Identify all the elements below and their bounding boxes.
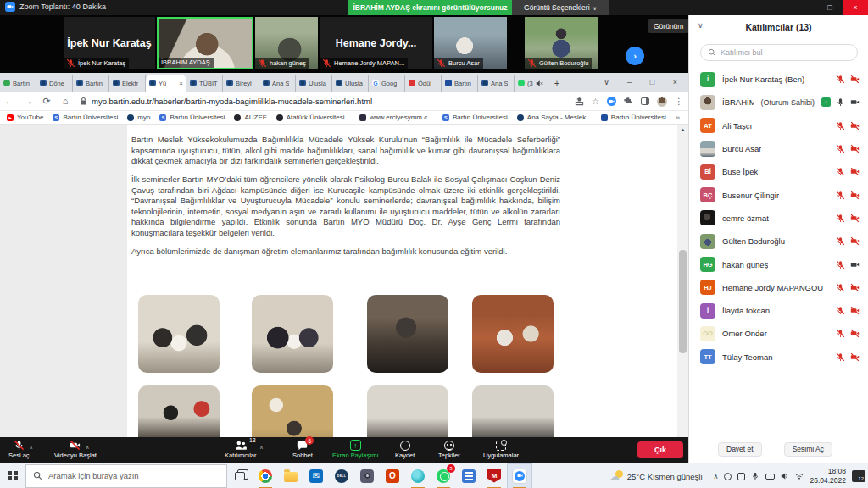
bookmark-item[interactable]: Atatürk Üniversitesi... [276, 114, 351, 121]
browser-tab[interactable]: Ödül [405, 75, 442, 92]
browser-profile-chevron-icon[interactable]: ∨ [595, 78, 618, 86]
taskbar-dell[interactable]: DELL [329, 463, 354, 488]
tray-clipboard-icon[interactable] [737, 473, 745, 480]
browser-close-button[interactable]: × [664, 78, 687, 86]
bookmark-item[interactable]: myo [127, 114, 150, 121]
participant-row[interactable]: Burcu Asar [689, 137, 868, 160]
participant-row[interactable]: İ İpek Nur Karataş (Ben) [689, 68, 868, 91]
forward-icon[interactable]: → [19, 96, 37, 106]
reload-icon[interactable]: ⟳ [37, 96, 56, 107]
tray-volume-icon[interactable] [781, 472, 789, 480]
participants-button[interactable]: 13∧ Katılımcılar [225, 439, 257, 459]
unmute-self-button[interactable]: Sesimi Aç [784, 442, 832, 457]
browser-tab[interactable]: GGoog [369, 75, 405, 92]
address-bar[interactable]: myo.bartin.edu.tr/haberler/bartin-myoda-… [80, 94, 453, 108]
participant-row[interactable]: İ İlayda tokcan [689, 299, 868, 322]
tray-expand-chevron-icon[interactable]: ∧ [714, 473, 719, 480]
taskbar-weather[interactable]: 25°C Kısmen güneşli [610, 470, 703, 483]
scrollbar-thumb[interactable] [679, 250, 687, 353]
tray-mouse-icon[interactable] [724, 473, 732, 480]
taskbar-search-input[interactable] [48, 471, 209, 480]
close-button[interactable]: × [843, 0, 868, 15]
browser-tab[interactable]: Bartın [442, 75, 478, 92]
participant-row[interactable]: TT Tülay Teoman [689, 346, 868, 369]
start-button[interactable] [0, 463, 25, 488]
video-tile-hemane[interactable]: Hemane Jordy... Hemane Jordy MAPAN... [320, 17, 432, 69]
view-layout-button[interactable]: Görünüm [648, 19, 689, 33]
browser-tab[interactable]: Elektr [109, 75, 146, 92]
participant-row[interactable]: HG hakan güneş [689, 252, 868, 275]
invite-button[interactable]: Davet et [718, 442, 762, 457]
taskbar-chrome[interactable] [253, 463, 278, 488]
chevron-up-icon[interactable]: ∧ [29, 444, 32, 450]
apps-button[interactable]: Uygulamalar [483, 439, 519, 459]
browser-tab-active[interactable]: Yü× [146, 75, 186, 92]
start-video-button[interactable]: ∧ Videoyu Başlat [54, 439, 97, 459]
record-button[interactable]: Kaydet [395, 439, 415, 459]
browser-tab[interactable]: TÜBİT [186, 75, 223, 92]
leave-meeting-button[interactable]: Çık [637, 441, 683, 458]
browser-tab[interactable]: Ana S [259, 75, 296, 92]
taskbar-file-explorer[interactable] [278, 463, 303, 488]
tray-mic-icon[interactable] [751, 472, 760, 480]
reactions-button[interactable]: Tepkiler [438, 439, 460, 459]
browser-minimize-button[interactable]: – [618, 78, 641, 86]
video-tile-burcu[interactable]: Burcu Asar [434, 17, 507, 69]
notification-center-icon[interactable]: 12 [852, 470, 865, 482]
next-videos-button[interactable]: › [626, 47, 644, 65]
chat-button[interactable]: 6 Sohbet [292, 439, 313, 459]
browser-profile-avatar[interactable] [657, 97, 667, 107]
taskbar-mcafee[interactable]: M [481, 463, 507, 488]
side-panel-icon[interactable] [641, 97, 649, 105]
zoom-extension-icon[interactable] [607, 97, 616, 106]
participant-row[interactable]: Bİ Buse İpek [689, 160, 868, 183]
participant-row[interactable]: HJ Hemane Jordy MAPANGOU [689, 276, 868, 299]
browser-menu-icon[interactable]: ⋮ [675, 97, 683, 106]
video-tile-ibrahim-active-speaker[interactable]: İBRAHİM AYDAŞ [157, 17, 253, 69]
bookmark-item[interactable]: AUZEF [234, 114, 266, 121]
page-scrollbar[interactable]: ▲ [677, 125, 688, 463]
task-view-button[interactable] [227, 463, 253, 488]
video-tile-ipek[interactable]: İpek Nur Karataş İpek Nur Karataş [64, 17, 155, 69]
gallery-photo-audience-seats[interactable] [472, 295, 554, 373]
unmute-button[interactable]: ∧ Sesi aç [8, 439, 30, 459]
bookmark-item[interactable]: SBartın Üniversitesi [53, 114, 118, 121]
browser-maximize-button[interactable]: □ [641, 78, 664, 86]
taskbar-camera[interactable] [354, 463, 380, 488]
taskbar-search[interactable] [25, 464, 227, 488]
gallery-photo-certificate-2[interactable] [252, 295, 333, 373]
video-tile-hakan[interactable]: hakan güneş [255, 17, 318, 69]
gallery-photo-certificate-1[interactable] [138, 295, 220, 373]
bookmark-item[interactable]: Ana Sayfa - Meslek... [517, 114, 592, 121]
home-icon[interactable]: ⌂ [56, 96, 75, 106]
participant-row[interactable]: cemre özmat [689, 207, 868, 230]
new-tab-button[interactable]: + [548, 75, 565, 92]
browser-tab[interactable]: Ana S [478, 75, 515, 92]
bookmarks-overflow-icon[interactable]: » [676, 114, 680, 122]
taskbar-app-teal[interactable] [405, 463, 431, 488]
tab-close-icon[interactable]: × [179, 80, 183, 87]
tray-tablet-icon[interactable] [765, 474, 775, 480]
browser-tab[interactable]: Bartın [73, 75, 109, 92]
extensions-puzzle-icon[interactable] [624, 97, 633, 106]
taskbar-whatsapp[interactable]: 3 [431, 463, 456, 488]
browser-tab[interactable]: Bireyl [223, 75, 259, 92]
share-screen-button[interactable]: ↑ Ekran Paylaşımı [332, 439, 379, 459]
scroll-up-icon[interactable]: ▲ [677, 125, 688, 135]
chevron-up-icon[interactable]: ∧ [86, 444, 89, 450]
tab-audio-muted-icon[interactable] [536, 80, 543, 87]
bookmark-item[interactable]: YouTube [7, 114, 43, 121]
video-tile-gulten[interactable]: Gülten Boduroğlu [525, 17, 598, 69]
share-page-icon[interactable] [575, 97, 584, 106]
participant-search-input[interactable] [721, 48, 839, 57]
tray-network-icon[interactable] [795, 472, 804, 480]
browser-tab[interactable]: Döne [36, 75, 73, 92]
participant-row[interactable]: AT Ali Taşçı [689, 114, 868, 137]
participant-row[interactable]: ÖÖ Ömer Önder [689, 322, 868, 345]
taskbar-zoom[interactable] [507, 463, 532, 488]
view-options-button[interactable]: Görüntü Seçenekleri ∨ [512, 0, 609, 15]
browser-tab[interactable]: Ulusla [296, 75, 332, 92]
participant-row[interactable]: İBRAHİM AY... (Oturum Sahibi) ↑ [689, 91, 868, 114]
back-icon[interactable]: ← [0, 96, 19, 106]
browser-tab[interactable]: Ulusla [332, 75, 369, 92]
